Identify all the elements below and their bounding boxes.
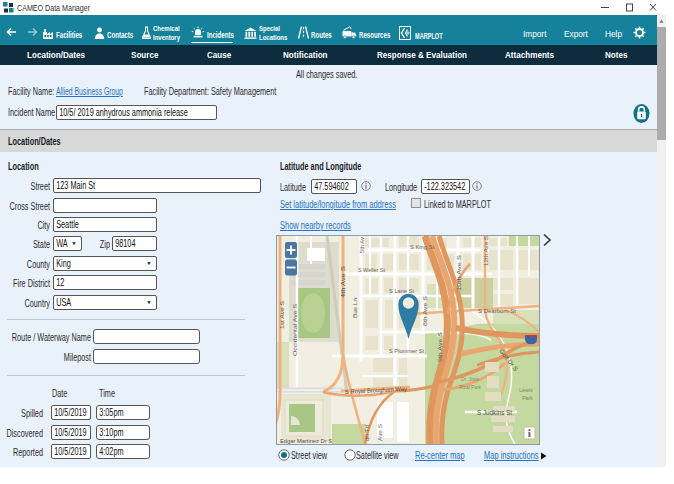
svg-text:Edgar Martinez Dr S: Edgar Martinez Dr S [280, 438, 332, 444]
svg-text:S Plummer St: S Plummer St [389, 348, 424, 354]
svg-text:Park: Park [522, 395, 534, 401]
svg-text:S Judkins St: S Judkins St [477, 409, 512, 416]
svg-text:Bus Ln: Bus Ln [352, 298, 358, 318]
svg-text:1st Ave S: 1st Ave S [279, 301, 285, 329]
svg-text:do Trl: do Trl [364, 425, 370, 441]
svg-text:5th Av: 5th Av [359, 237, 365, 253]
svg-text:4th Ave S: 4th Ave S [340, 266, 346, 298]
svg-text:Rizal Park: Rizal Park [459, 384, 482, 390]
svg-text:8th Ave S: 8th Ave S [422, 296, 428, 326]
svg-text:Lewis: Lewis [519, 387, 533, 393]
svg-text:S Weller St: S Weller St [358, 267, 385, 273]
svg-text:S Dearborn St: S Dearborn St [478, 308, 516, 314]
svg-text:Ave S: Ave S [377, 424, 383, 441]
svg-text:9th Ave S: 9th Ave S [437, 332, 443, 362]
svg-text:10th Ave S: 10th Ave S [456, 255, 462, 291]
svg-text:Occidental Ave S: Occidental Ave S [292, 304, 298, 356]
svg-text:S Lane St: S Lane St [389, 288, 414, 294]
svg-text:12th Ave S: 12th Ave S [483, 236, 489, 266]
svg-text:S King St: S King St [410, 244, 434, 250]
svg-text:Dr. Jose: Dr. Jose [461, 376, 480, 382]
